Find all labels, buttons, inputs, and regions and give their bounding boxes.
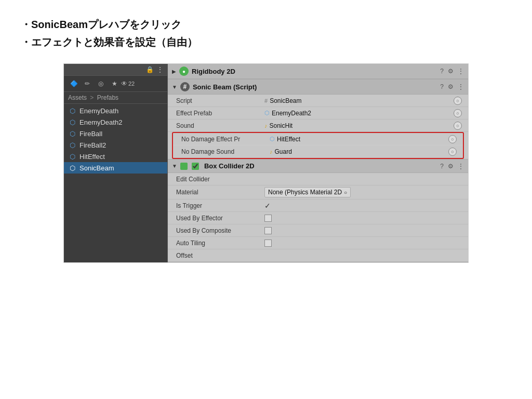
panel-icons-bar: 🔷 ✏ ◎ ★ 👁 22 [64, 76, 167, 92]
instructions: ・SonicBeamプレハブをクリック ・エフェクトと効果音を設定（自由） [21, 16, 511, 51]
eye-icon-btn[interactable]: 👁 22 [122, 78, 134, 89]
help-icon[interactable]: ? [440, 83, 444, 90]
hash-icon: # [264, 98, 268, 104]
rigidbody-icon: ● [179, 66, 189, 76]
toolbar: 🔒 ⋮ [64, 64, 167, 76]
no-damage-sound-value: ♪ Guard [270, 148, 448, 155]
asset-item-fireball2[interactable]: ⬡ FireBall2 [64, 139, 167, 151]
breadcrumb-assets[interactable]: Assets [68, 94, 87, 101]
used-by-composite-value [264, 227, 462, 234]
breadcrumb-prefabs[interactable]: Prefabs [97, 94, 118, 101]
effect-prefab-circle-button[interactable]: ○ [454, 109, 462, 117]
material-circle-icon[interactable]: ○ [344, 190, 347, 195]
asset-label: EnemyDeath2 [79, 118, 122, 126]
no-damage-sound-circle-button[interactable]: ○ [448, 148, 457, 156]
pencil-icon-btn[interactable]: ✏ [82, 78, 93, 89]
edit-collider-row: Edit Collider [168, 173, 468, 185]
asset-item-fireball[interactable]: ⬡ FireBall [64, 128, 167, 139]
no-damage-effect-circle-button[interactable]: ○ [448, 135, 457, 143]
help-icon[interactable]: ? [440, 68, 444, 75]
box-collider-enabled-checkbox[interactable] [192, 163, 199, 170]
used-by-effector-checkbox[interactable] [264, 215, 272, 222]
menu-icon[interactable]: ⋮ [458, 68, 464, 75]
used-by-effector-value [264, 215, 462, 222]
offset-label: Offset [176, 252, 264, 259]
material-row: Material None (Physics Material 2D ○ [168, 185, 468, 200]
settings-icon[interactable]: ⚙ [448, 163, 454, 170]
sound-value-text: SonicHit [270, 122, 293, 129]
script-property-row: Script # SonicBeam ○ [168, 95, 468, 107]
circle-icon-btn[interactable]: ◎ [95, 78, 107, 89]
main-content: 🔒 ⋮ 🔷 ✏ ◎ ★ 👁 22 Assets > Prefabs [63, 63, 469, 263]
asset-list: ⬡ EnemyDeath ⬡ EnemyDeath2 ⬡ FireBall ⬡ … [64, 104, 167, 175]
lock-icon[interactable]: 🔒 [146, 66, 154, 73]
sound-property-row: Sound ♪ SonicHit ○ [168, 119, 468, 132]
box-collider2d-header[interactable]: ▼ Box Collider 2D ? ⚙ ⋮ [168, 159, 468, 173]
script-circle-button[interactable]: ○ [454, 97, 462, 105]
breadcrumb-sep: > [90, 94, 95, 101]
asset-label: FireBall2 [79, 141, 106, 149]
used-by-composite-label: Used By Composite [176, 227, 264, 234]
auto-tiling-value [264, 240, 462, 247]
effect-prefab-value: ⬡ EnemyDeath2 [264, 110, 454, 117]
used-by-composite-row: Used By Composite [168, 224, 468, 237]
script-hash-icon: # [180, 82, 190, 91]
script-value-text: SonicBeam [270, 97, 301, 104]
sonicbeam-script-header[interactable]: ▼ # Sonic Beam (Script) ? ⚙ ⋮ [168, 79, 468, 95]
cube-icon: ⬡ [68, 141, 76, 149]
effect-prefab-label: Effect Prefab [176, 110, 264, 117]
sound-circle-button[interactable]: ○ [454, 122, 462, 130]
left-panel: 🔒 ⋮ 🔷 ✏ ◎ ★ 👁 22 Assets > Prefabs [64, 64, 168, 262]
triangle-right-icon: ▶ [172, 69, 176, 74]
material-label: Material [176, 189, 264, 196]
triangle-down-icon2: ▼ [172, 163, 177, 169]
help-icon[interactable]: ? [440, 163, 444, 170]
sound-value: ♪ SonicHit [264, 122, 454, 129]
eye-icon: 👁 [121, 80, 127, 87]
asset-label: FireBall [79, 130, 102, 138]
eye-count: 22 [128, 81, 135, 87]
script-label: Script [176, 97, 264, 104]
material-field[interactable]: None (Physics Material 2D ○ [264, 187, 351, 197]
settings-icon[interactable]: ⚙ [448, 83, 454, 90]
is-trigger-value: ✓ [264, 202, 462, 210]
cube-value-icon2: ⬡ [270, 136, 275, 142]
inspector-panel: ▶ ● Rigidbody 2D ? ⚙ ⋮ ▼ # Sonic Beam (S… [168, 64, 468, 262]
asset-item-enemydeath[interactable]: ⬡ EnemyDeath [64, 105, 167, 116]
no-damage-effect-value-text: HitEffect [277, 136, 300, 143]
script-value: # SonicBeam [264, 97, 454, 104]
breadcrumb: Assets > Prefabs [64, 92, 167, 104]
material-text: None (Physics Material 2D [268, 189, 342, 196]
asset-item-hiteffect[interactable]: ⬡ HitEffect [64, 151, 167, 162]
script-controls: ? ⚙ ⋮ [440, 83, 464, 90]
no-damage-effect-property-row: No Damage Effect Pr ⬡ HitEffect ○ [173, 133, 463, 145]
menu-icon[interactable]: ⋮ [458, 163, 464, 170]
instruction-line-2: ・エフェクトと効果音を設定（自由） [21, 33, 511, 51]
note-value-icon: ♪ [264, 123, 268, 129]
instruction-line-1: ・SonicBeamプレハブをクリック [21, 16, 511, 33]
rigidbody2d-header[interactable]: ▶ ● Rigidbody 2D ? ⚙ ⋮ [168, 64, 468, 79]
asset-item-sonicbeam[interactable]: ⬡ SonicBeam [64, 162, 167, 174]
menu-icon[interactable]: ⋮ [458, 83, 464, 90]
note-value-icon2: ♪ [270, 149, 273, 155]
offset-row: Offset [168, 249, 468, 262]
collider-controls: ? ⚙ ⋮ [440, 163, 464, 170]
no-damage-highlight-box: No Damage Effect Pr ⬡ HitEffect ○ No Dam… [172, 132, 464, 159]
scene-icon-btn[interactable]: 🔷 [68, 78, 79, 89]
collider-square-icon [180, 163, 188, 170]
toolbar-menu-icon[interactable]: ⋮ [157, 66, 163, 73]
no-damage-sound-property-row: No Damage Sound ♪ Guard ○ [173, 145, 463, 158]
checkmark-icon: ✓ [264, 202, 271, 210]
used-by-composite-checkbox[interactable] [264, 227, 272, 234]
effect-prefab-property-row: Effect Prefab ⬡ EnemyDeath2 ○ [168, 107, 468, 119]
settings-icon[interactable]: ⚙ [448, 68, 454, 75]
asset-item-enemydeath2[interactable]: ⬡ EnemyDeath2 [64, 116, 167, 128]
rigidbody2d-title: Rigidbody 2D [192, 68, 437, 75]
effect-prefab-value-text: EnemyDeath2 [272, 110, 311, 117]
is-trigger-row: Is Trigger ✓ [168, 200, 468, 212]
auto-tiling-row: Auto Tiling [168, 237, 468, 249]
edit-collider-label: Edit Collider [176, 176, 264, 183]
star-icon-btn[interactable]: ★ [109, 78, 120, 89]
auto-tiling-checkbox[interactable] [264, 240, 272, 247]
material-value[interactable]: None (Physics Material 2D ○ [264, 187, 462, 197]
